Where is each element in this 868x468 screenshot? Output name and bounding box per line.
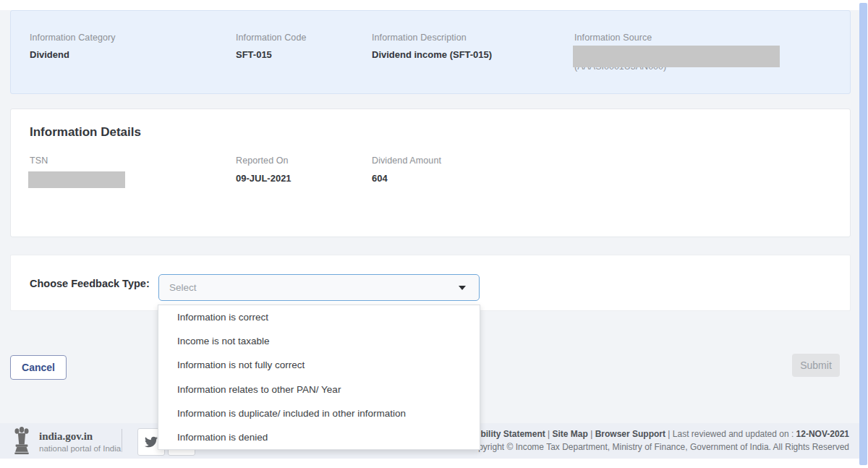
footer-link-sitemap[interactable]: Site Map — [553, 429, 588, 439]
field-value: 604 — [372, 173, 441, 184]
feedback-type-dropdown: Information is correct Income is not tax… — [158, 305, 480, 450]
summary-field-category: Information Category Dividend — [30, 33, 116, 60]
india-emblem-icon — [12, 426, 32, 458]
field-value: Dividend — [30, 49, 116, 60]
field-label: Information Source — [574, 33, 652, 43]
footer-divider — [122, 429, 122, 452]
option-income-not-taxable[interactable]: Income is not taxable — [158, 329, 480, 353]
feedback-type-select[interactable]: Select — [158, 274, 480, 301]
footer-links-line: ibility Statement | Site Map | Browser S… — [467, 427, 849, 441]
section-title: Information Details — [30, 125, 141, 140]
footer-brand-title[interactable]: india.gov.in — [39, 430, 93, 443]
cancel-button[interactable]: Cancel — [10, 355, 67, 380]
select-placeholder: Select — [169, 282, 459, 293]
redacted-source-value — [573, 46, 780, 67]
feedback-section: Choose Feedback Type: Select — [10, 255, 851, 311]
footer-last-reviewed: Last reviewed and updated on : — [673, 429, 796, 439]
field-label: Information Category — [30, 33, 116, 43]
field-value: Dividend income (SFT-015) — [372, 49, 492, 60]
footer-last-reviewed-date: 12-NOV-2021 — [796, 429, 849, 439]
footer-links: ibility Statement | Site Map | Browser S… — [467, 427, 849, 454]
details-field-dividend-amount: Dividend Amount 604 — [372, 156, 441, 184]
field-label: Dividend Amount — [372, 156, 441, 166]
option-information-denied[interactable]: Information is denied — [158, 425, 480, 449]
details-field-tsn: TSN — [30, 156, 48, 166]
option-relates-other-pan-year[interactable]: Information relates to other PAN/ Year — [158, 378, 480, 401]
information-summary-card: Information Category Dividend Informatio… — [10, 10, 851, 94]
option-information-correct[interactable]: Information is correct — [158, 305, 480, 329]
footer-link-browser-support[interactable]: Browser Support — [595, 429, 665, 439]
field-value: SFT-015 — [236, 49, 307, 60]
option-not-fully-correct[interactable]: Information is not fully correct — [158, 353, 480, 377]
summary-field-source: Information Source — [574, 33, 652, 43]
field-label: Information Code — [236, 33, 307, 43]
details-field-reported-on: Reported On 09-JUL-2021 — [236, 156, 292, 184]
twitter-icon — [145, 435, 158, 448]
footer-copyright: Copyright © Income Tax Department, Minis… — [467, 441, 849, 454]
footer-link-accessibility[interactable]: ibility Statement — [478, 429, 545, 439]
field-label: TSN — [30, 156, 48, 166]
information-details-card: Information Details TSN Reported On 09-J… — [10, 109, 851, 237]
footer-brand-subtitle: national portal of India — [39, 444, 121, 453]
chevron-down-icon — [459, 286, 466, 290]
redacted-tsn-value — [28, 171, 125, 188]
field-value: 09-JUL-2021 — [236, 173, 292, 184]
summary-field-description: Information Description Dividend income … — [372, 33, 492, 60]
option-duplicate-included[interactable]: Information is duplicate/ included in ot… — [158, 401, 480, 425]
field-label: Reported On — [236, 156, 292, 166]
summary-field-code: Information Code SFT-015 — [236, 33, 307, 60]
vertical-scrollbar-thumb[interactable] — [859, 3, 867, 465]
feedback-type-label: Choose Feedback Type: — [30, 278, 150, 289]
field-label: Information Description — [372, 33, 492, 43]
submit-button: Submit — [792, 354, 840, 377]
